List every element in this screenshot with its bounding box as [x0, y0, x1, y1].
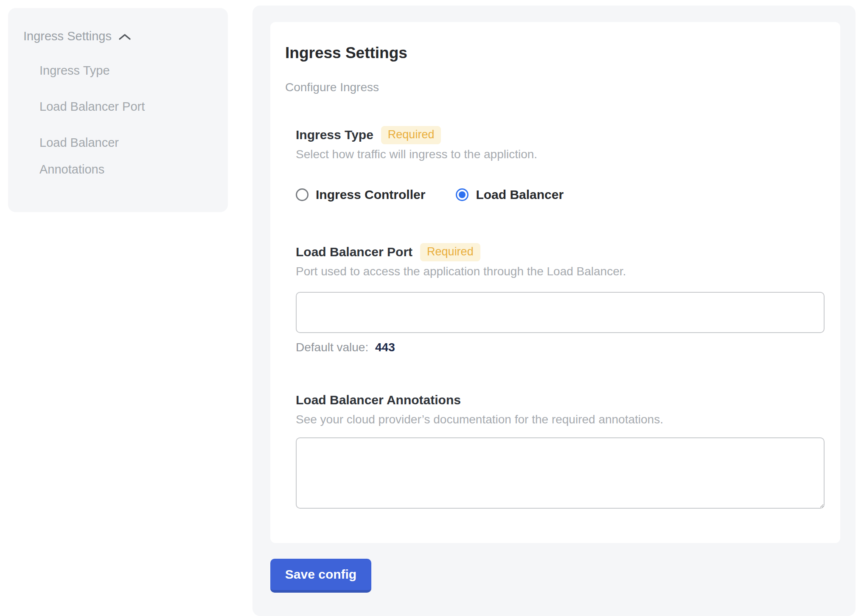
section-load-balancer-annotations: Load Balancer Annotations See your cloud… [296, 391, 825, 509]
main-panel: Ingress Settings Configure Ingress Ingre… [252, 6, 856, 616]
required-badge: Required [381, 126, 441, 144]
sidebar-item-ingress-type[interactable]: Ingress Type [39, 57, 175, 84]
radio-label-ingress-controller[interactable]: Ingress Controller [316, 188, 425, 202]
load-balancer-annotations-textarea[interactable] [296, 437, 825, 509]
default-value-row: Default value: 443 [296, 340, 825, 355]
radio-checked-icon[interactable] [456, 188, 468, 201]
section-ingress-type: Ingress Type Required Select how traffic… [296, 126, 825, 202]
load-balancer-annotations-description: See your cloud provider’s documentation … [296, 411, 825, 428]
ingress-type-radio-group: Ingress Controller Load Balancer [296, 188, 825, 202]
sidebar-item-load-balancer-port[interactable]: Load Balancer Port [39, 93, 175, 120]
load-balancer-port-input[interactable] [296, 292, 825, 333]
chevron-up-icon[interactable] [118, 31, 131, 41]
ingress-type-description: Select how traffic will ingress to the a… [296, 146, 825, 163]
sidebar-item-load-balancer-annotations[interactable]: Load Balancer Annotations [39, 129, 175, 183]
radio-option-ingress-controller[interactable]: Ingress Controller [296, 188, 425, 202]
required-badge: Required [420, 243, 480, 261]
default-value-label: Default value: [296, 341, 368, 354]
section-load-balancer-port: Load Balancer Port Required Port used to… [296, 243, 825, 355]
load-balancer-annotations-heading: Load Balancer Annotations [296, 391, 461, 409]
radio-unchecked-icon[interactable] [296, 188, 309, 201]
ingress-type-heading: Ingress Type [296, 126, 373, 144]
save-config-button[interactable]: Save config [270, 559, 371, 593]
sidebar-section-label: Ingress Settings [23, 28, 112, 45]
page-subtitle: Configure Ingress [285, 79, 825, 96]
load-balancer-port-description: Port used to access the application thro… [296, 263, 825, 280]
load-balancer-port-heading: Load Balancer Port [296, 243, 412, 261]
ingress-settings-card: Ingress Settings Configure Ingress Ingre… [270, 22, 840, 543]
default-value: 443 [375, 341, 395, 354]
sidebar-section-toggle[interactable]: Ingress Settings [23, 28, 228, 45]
radio-option-load-balancer[interactable]: Load Balancer [456, 188, 564, 202]
page-title: Ingress Settings [285, 43, 825, 63]
radio-label-load-balancer[interactable]: Load Balancer [476, 188, 564, 202]
settings-sidebar: Ingress Settings Ingress Type Load Balan… [8, 8, 228, 212]
sidebar-item-list: Ingress Type Load Balancer Port Load Bal… [39, 57, 228, 183]
